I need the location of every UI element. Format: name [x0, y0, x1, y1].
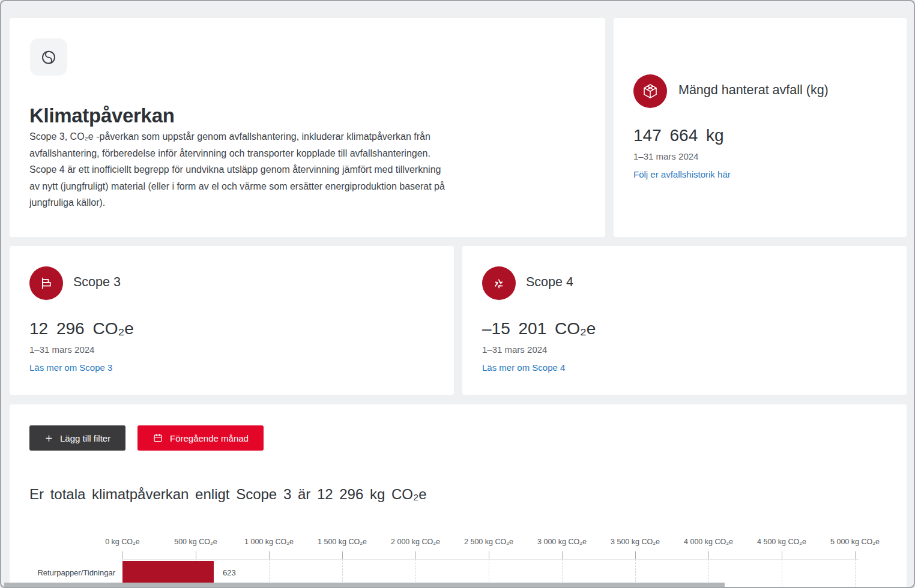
x-axis-tick-label: 3 500 kg CO₂e [611, 538, 660, 546]
chart-bar[interactable] [122, 561, 214, 585]
x-axis-tick-label: 4 500 kg CO₂e [757, 538, 806, 546]
x-axis-tick-label: 3 000 kg CO₂e [537, 538, 587, 546]
add-filter-button[interactable]: Lägg till filter [29, 425, 125, 451]
chart-plot-top-border [122, 559, 859, 560]
x-axis-tick-label: 5 000 kg CO₂e [830, 538, 880, 546]
x-axis-tick-mark [122, 551, 123, 559]
x-axis-tick-mark [489, 551, 489, 559]
scope4-period: 1–31 mars 2024 [482, 344, 547, 355]
chart-bar-value-label: 623 [223, 568, 236, 577]
waste-card-title: Mängd hanterat avfall (kg) [678, 83, 829, 98]
handled-waste-card: Mängd hanterat avfall (kg) 147 664 kg 1–… [614, 18, 907, 237]
horizontal-scrollbar[interactable] [4, 583, 725, 587]
x-axis-tick-mark [562, 551, 563, 559]
x-axis-tick-label: 2 500 kg CO₂e [464, 538, 513, 546]
recycle-icon-circle [482, 266, 516, 300]
scope4-read-more-link[interactable]: Läs mer om Scope 4 [482, 362, 565, 373]
waste-history-link[interactable]: Följ er avfallshistorik här [633, 169, 731, 179]
x-axis-tick-label: 1 000 kg CO₂e [244, 538, 294, 546]
bar-chart-icon-circle [29, 266, 63, 300]
x-axis-tick-label: 500 kg CO₂e [174, 538, 217, 546]
x-axis-tick-label: 4 000 kg CO₂e [684, 538, 733, 546]
x-axis-tick-mark [635, 551, 636, 559]
chart-title: Er totala klimatpåverkan enligt Scope 3 … [29, 486, 427, 503]
x-axis-tick-mark [855, 551, 856, 559]
add-filter-label: Lägg till filter [60, 433, 110, 443]
x-axis-tick-mark [196, 551, 196, 559]
gridline [855, 559, 856, 588]
package-icon [641, 82, 659, 100]
waste-period: 1–31 mars 2024 [633, 151, 698, 161]
scope3-value: 12 296 CO₂e [29, 319, 134, 338]
climate-impact-card: Klimatpåverkan Scope 3, CO₂e -påverkan s… [10, 18, 605, 237]
waste-amount-value: 147 664 kg [633, 126, 724, 145]
scope4-title: Scope 4 [526, 275, 573, 290]
icon-tile [30, 38, 67, 76]
scope3-card: Scope 3 12 296 CO₂e 1–31 mars 2024 Läs m… [10, 246, 454, 395]
previous-month-label: Föregående månad [170, 433, 249, 443]
gridline [782, 559, 782, 588]
donut-chart-icon [40, 48, 58, 66]
scope3-title: Scope 3 [73, 275, 121, 290]
x-axis-tick-label: 2 000 kg CO₂e [391, 538, 440, 546]
scope3-period: 1–31 mars 2024 [29, 344, 94, 355]
x-axis-tick-mark [708, 551, 709, 559]
scope4-card: Scope 4 –15 201 CO₂e 1–31 mars 2024 Läs … [462, 246, 907, 395]
plus-icon [44, 434, 53, 443]
x-axis-tick-mark [415, 551, 416, 559]
x-axis-tick-label: 1 500 kg CO₂e [318, 538, 367, 546]
scope4-value: –15 201 CO₂e [482, 319, 596, 338]
chart-panel: Lägg till filter Föregående månad Er tot… [10, 404, 907, 588]
recycle-icon [490, 274, 508, 292]
chart-row-label: Returpapper/Tidningar [10, 568, 115, 577]
intro-description: Scope 3, CO₂e -påverkan som uppstår geno… [29, 128, 445, 211]
horizontal-bar-chart-icon [37, 274, 55, 292]
page-title: Klimatpåverkan [29, 104, 175, 127]
x-axis-tick-mark [782, 551, 782, 559]
package-icon-circle [633, 74, 667, 108]
previous-month-button[interactable]: Föregående månad [137, 425, 264, 451]
x-axis-tick-mark [269, 551, 270, 559]
x-axis-tick-mark [342, 551, 343, 559]
scope3-read-more-link[interactable]: Läs mer om Scope 3 [29, 362, 112, 373]
calendar-icon [152, 433, 163, 443]
x-axis-tick-label: 0 kg CO₂e [105, 538, 140, 546]
